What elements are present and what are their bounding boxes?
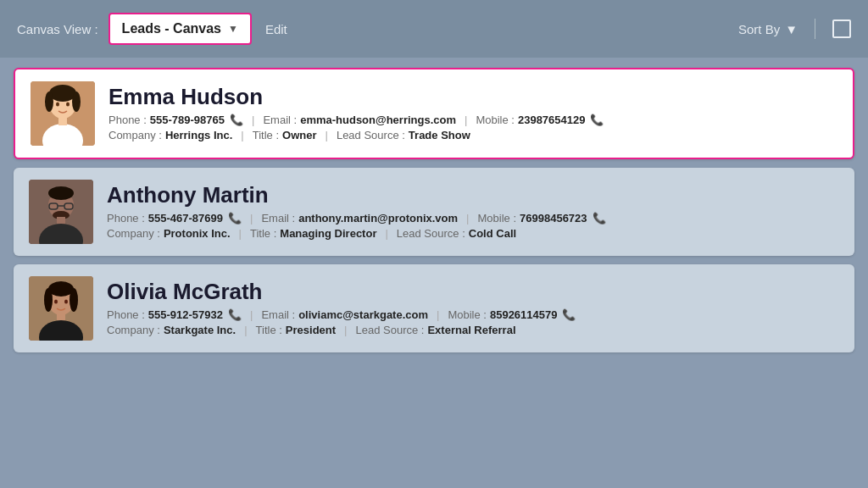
email-label: Email : (263, 114, 297, 126)
lead-card-emma-hudson[interactable]: Emma Hudson Phone : 555-789-98765 📞 | Em… (14, 68, 854, 159)
mobile-label: Mobile : (478, 212, 517, 225)
contact-row-2: Phone : 555-467-87699 📞 | Email : anthon… (107, 212, 839, 225)
email-label: Email : (261, 308, 295, 321)
phone-label: Phone : (108, 114, 147, 126)
info-row-2: Company : Protonix Inc. | Title : Managi… (107, 227, 839, 240)
title-label: Title : (253, 129, 279, 141)
title-value: Managing Director (280, 227, 376, 240)
mobile-label: Mobile : (448, 308, 487, 321)
svg-point-3 (45, 92, 53, 112)
lead-source-value: Trade Show (409, 129, 470, 141)
lead-source-label: Lead Source : (355, 324, 424, 336)
header-divider (815, 19, 815, 39)
phone-value: 555-789-98765 (150, 114, 225, 126)
company-value: Protonix Inc. (164, 227, 231, 240)
dropdown-label: Leads - Canvas (122, 21, 221, 36)
company-label: Company : (108, 129, 162, 141)
svg-point-23 (70, 288, 78, 312)
mobile-icon: 📞 (593, 212, 606, 225)
svg-point-8 (66, 103, 70, 107)
email-value: oliviamc@starkgate.com (298, 308, 428, 321)
lead-source-label: Lead Source : (337, 129, 405, 141)
phone-value: 555-467-87699 (148, 212, 223, 225)
company-value: Starkgate Inc. (164, 324, 236, 336)
main-content: Emma Hudson Phone : 555-789-98765 📞 | Em… (0, 58, 868, 363)
svg-point-21 (48, 281, 74, 297)
svg-point-26 (64, 300, 68, 304)
svg-point-12 (48, 186, 74, 200)
svg-point-25 (54, 300, 58, 304)
lead-source-label: Lead Source : (397, 227, 465, 240)
svg-point-7 (56, 103, 59, 107)
svg-rect-24 (57, 313, 65, 320)
lead-name: Emma Hudson (108, 84, 837, 110)
svg-rect-6 (58, 117, 67, 125)
contact-row-3: Phone : 555-912-57932 📞 | Email : olivia… (107, 308, 839, 321)
email-label: Email : (261, 212, 295, 225)
chevron-down-icon: ▼ (228, 23, 238, 35)
title-value: Owner (282, 129, 316, 141)
canvas-view-label: Canvas View : (17, 22, 98, 36)
title-label: Title : (250, 227, 276, 240)
title-label: Title : (256, 324, 282, 336)
company-value: Herrings Inc. (165, 129, 232, 141)
phone-icon: 📞 (228, 212, 242, 225)
company-label: Company : (107, 324, 160, 336)
info-row-3: Company : Starkgate Inc. | Title : Presi… (107, 324, 839, 336)
svg-point-4 (72, 92, 81, 112)
lead-card-olivia-mcgrath[interactable]: Olivia McGrath Phone : 555-912-57932 📞 |… (14, 264, 854, 352)
mobile-label: Mobile : (476, 114, 515, 126)
email-value: anthony.martin@protonix.vom (298, 212, 458, 225)
card-content-anthony: Anthony Martin Phone : 555-467-87699 📞 |… (107, 182, 839, 242)
card-content-emma: Emma Hudson Phone : 555-789-98765 📞 | Em… (108, 84, 837, 144)
mobile-icon: 📞 (562, 308, 576, 321)
phone-icon: 📞 (228, 308, 242, 321)
phone-icon: 📞 (230, 114, 243, 126)
edit-link[interactable]: Edit (265, 22, 287, 36)
email-value: emma-hudson@herrings.com (300, 114, 456, 126)
avatar-emma (31, 81, 95, 146)
mobile-icon: 📞 (590, 114, 604, 126)
lead-name: Anthony Martin (107, 182, 839, 208)
phone-label: Phone : (107, 308, 145, 321)
title-value: President (286, 324, 336, 336)
mobile-value: 85926114579 (490, 308, 558, 321)
header-bar: Canvas View : Leads - Canvas ▼ Edit Sort… (0, 0, 868, 58)
avatar-olivia (29, 276, 93, 341)
lead-source-value: External Referral (427, 324, 515, 336)
phone-label: Phone : (107, 212, 145, 225)
sort-by-label: Sort By (738, 22, 780, 36)
svg-point-22 (44, 288, 53, 312)
avatar-anthony (29, 180, 93, 244)
phone-value: 555-912-57932 (148, 308, 223, 321)
lead-source-value: Cold Call (469, 227, 516, 240)
mobile-value: 23987654129 (518, 114, 586, 126)
lead-name: Olivia McGrath (107, 279, 839, 305)
sort-by-chevron-icon: ▼ (785, 22, 798, 36)
sort-by-button[interactable]: Sort By ▼ (738, 22, 798, 36)
info-row-1: Company : Herrings Inc. | Title : Owner … (108, 129, 837, 141)
view-toggle-button[interactable] (832, 19, 851, 38)
contact-row-1: Phone : 555-789-98765 📞 | Email : emma-h… (108, 114, 837, 126)
svg-rect-17 (57, 217, 65, 224)
lead-card-anthony-martin[interactable]: Anthony Martin Phone : 555-467-87699 📞 |… (14, 168, 854, 256)
card-content-olivia: Olivia McGrath Phone : 555-912-57932 📞 |… (107, 279, 839, 339)
company-label: Company : (107, 227, 160, 240)
mobile-value: 76998456723 (520, 212, 587, 225)
canvas-view-dropdown[interactable]: Leads - Canvas ▼ (108, 13, 252, 45)
